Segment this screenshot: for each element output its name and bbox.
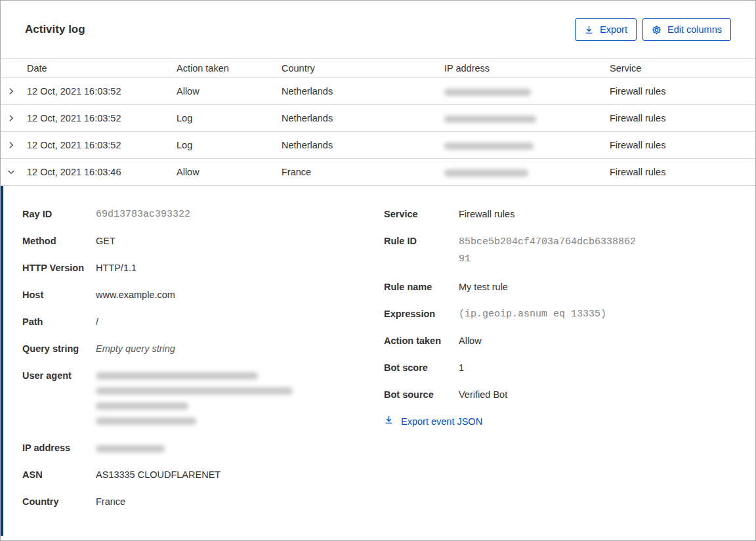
cell-date: 12 Oct, 2021 16:03:46 xyxy=(27,167,177,177)
cell-date: 12 Oct, 2021 16:03:52 xyxy=(27,113,177,123)
export-button[interactable]: Export xyxy=(575,18,637,41)
cell-action: Allow xyxy=(177,167,282,177)
detail-item-ray-id: Ray ID 69d13783ac393322 xyxy=(22,207,384,222)
row-expand-toggle[interactable] xyxy=(1,114,27,123)
column-header-country: Country xyxy=(282,63,444,74)
cell-country: France xyxy=(282,167,444,177)
column-header-service: Service xyxy=(610,63,755,74)
page-title: Activity log xyxy=(25,23,85,36)
detail-item-bot-score: Bot score 1 xyxy=(384,360,755,376)
cell-ip xyxy=(444,140,610,150)
cell-service: Firewall rules xyxy=(610,113,755,123)
cell-ip xyxy=(444,86,610,97)
table-row-expanded[interactable]: 12 Oct, 2021 16:03:46 Allow France Firew… xyxy=(1,159,755,186)
column-header-action-taken: Action taken xyxy=(177,63,282,74)
cell-ip xyxy=(444,167,610,177)
cell-service: Firewall rules xyxy=(610,140,755,150)
detail-column-right: Service Firewall rules Rule ID 85bce5b20… xyxy=(384,207,755,536)
detail-item-bot-source: Bot source Verified Bot xyxy=(384,387,755,402)
table-row[interactable]: 12 Oct, 2021 16:03:52 Allow Netherlands … xyxy=(1,78,755,105)
redacted-ip-value xyxy=(444,142,534,150)
table-row[interactable]: 12 Oct, 2021 16:03:52 Log Netherlands Fi… xyxy=(1,105,755,132)
redacted-ip-value xyxy=(444,89,531,96)
redacted-ip-value xyxy=(444,169,528,177)
cell-service: Firewall rules xyxy=(610,167,755,177)
toolbar-actions: Export Edit columns xyxy=(575,18,731,41)
detail-item-rule-id: Rule ID 85bce5b204cf4703a764dcb633886291 xyxy=(384,234,755,268)
detail-item-query-string: Query string Empty query string xyxy=(22,341,384,357)
detail-item-path: Path / xyxy=(22,314,384,330)
detail-item-rule-name: Rule name My test rule xyxy=(384,280,755,295)
detail-item-method: Method GET xyxy=(22,234,384,249)
table-header-row: Date Action taken Country IP address Ser… xyxy=(1,58,755,78)
edit-columns-button[interactable]: Edit columns xyxy=(642,18,731,41)
redacted-ip-value xyxy=(96,441,165,456)
chevron-right-icon xyxy=(7,87,16,96)
cell-action: Log xyxy=(177,140,282,150)
row-expand-toggle[interactable] xyxy=(1,141,27,150)
export-event-json-link[interactable]: Export event JSON xyxy=(384,414,755,429)
cell-date: 12 Oct, 2021 16:03:52 xyxy=(27,140,177,150)
redacted-ip-value xyxy=(444,116,536,123)
column-header-date: Date xyxy=(27,63,177,74)
detail-item-service: Service Firewall rules xyxy=(384,207,755,222)
column-header-ip-address: IP address xyxy=(444,63,610,74)
cell-action: Log xyxy=(177,113,282,123)
chevron-right-icon xyxy=(7,141,16,150)
gear-icon xyxy=(652,25,662,35)
detail-column-left: Ray ID 69d13783ac393322 Method GET HTTP … xyxy=(22,207,384,536)
cell-service: Firewall rules xyxy=(610,86,755,97)
cell-country: Netherlands xyxy=(282,140,444,150)
cell-action: Allow xyxy=(177,86,282,97)
chevron-down-icon xyxy=(7,167,16,177)
detail-item-http-version: HTTP Version HTTP/1.1 xyxy=(22,261,384,276)
export-button-label: Export xyxy=(600,24,627,35)
row-expand-toggle[interactable] xyxy=(1,87,27,96)
activity-log-panel: Activity log Export Edit columns Date Ac… xyxy=(0,0,756,541)
detail-item-host: Host www.example.com xyxy=(22,288,384,303)
redacted-user-agent-value xyxy=(96,368,293,429)
event-detail-panel: Ray ID 69d13783ac393322 Method GET HTTP … xyxy=(1,186,755,536)
detail-item-ip-address: IP address xyxy=(22,441,384,456)
cell-country: Netherlands xyxy=(282,113,444,123)
cell-country: Netherlands xyxy=(282,86,444,97)
detail-item-action-taken: Action taken Allow xyxy=(384,334,755,349)
chevron-right-icon xyxy=(7,114,16,123)
detail-item-user-agent: User agent xyxy=(22,368,384,429)
detail-item-asn: ASN AS13335 CLOUDFLARENET xyxy=(22,467,384,483)
detail-item-expression: Expression (ip.geoip.asnum eq 13335) xyxy=(384,307,755,322)
table-row[interactable]: 12 Oct, 2021 16:03:52 Log Netherlands Fi… xyxy=(1,132,755,159)
activity-table: Date Action taken Country IP address Ser… xyxy=(1,58,755,186)
topbar: Activity log Export Edit columns xyxy=(1,1,755,58)
download-icon xyxy=(584,25,594,35)
edit-columns-button-label: Edit columns xyxy=(667,24,722,35)
row-expand-toggle[interactable] xyxy=(1,167,27,177)
detail-item-country: Country France xyxy=(22,494,384,509)
cell-ip xyxy=(444,113,610,123)
download-icon xyxy=(384,414,394,429)
cell-date: 12 Oct, 2021 16:03:52 xyxy=(27,86,177,97)
export-event-json-label: Export event JSON xyxy=(401,414,482,429)
